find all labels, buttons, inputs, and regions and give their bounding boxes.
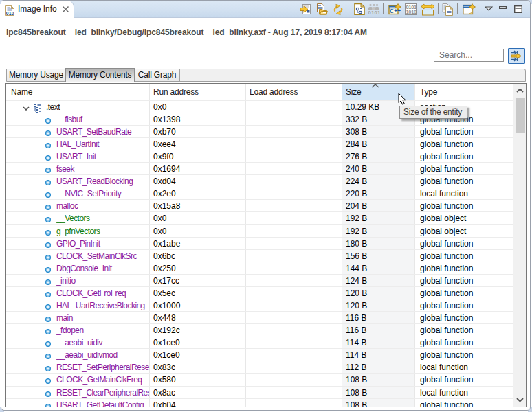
svg-text:0101: 0101 (368, 10, 381, 15)
svg-text:C++: C++ (390, 8, 401, 14)
svg-text:010: 010 (6, 11, 14, 16)
svg-text:1010: 1010 (406, 9, 417, 15)
